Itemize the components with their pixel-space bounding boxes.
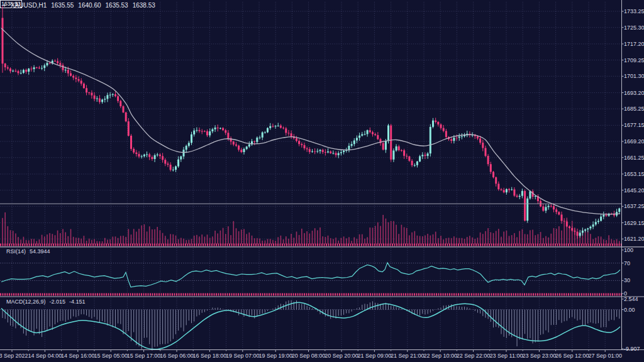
volume-bar — [175, 236, 177, 244]
volume-bar — [535, 235, 536, 244]
volume-bar — [393, 221, 394, 244]
volume-bar — [196, 235, 197, 244]
volume-bar — [427, 234, 428, 244]
candle-body — [14, 71, 16, 72]
candle-body — [298, 141, 300, 144]
volume-bar — [501, 237, 502, 244]
candle-body — [356, 138, 358, 140]
candle-body — [382, 143, 384, 150]
candle-body — [592, 224, 594, 227]
candle-body — [443, 128, 445, 131]
volume-bar — [496, 231, 497, 244]
candle-body — [211, 129, 213, 131]
time-tick-label: 19 Sep 07:00 — [226, 353, 260, 359]
candle-body — [503, 190, 505, 192]
price-tick-label: 1653.15 — [624, 171, 644, 177]
candle-body — [117, 96, 119, 101]
volume-bar — [104, 238, 106, 244]
candle-body — [348, 146, 350, 150]
volume-bar — [341, 238, 342, 244]
volume-bar — [322, 236, 323, 244]
candle-body — [130, 136, 132, 149]
time-tick-label: 16 Sep 18:00 — [193, 353, 227, 359]
candle-body — [606, 215, 608, 216]
candle-body — [369, 130, 371, 132]
candle-body — [272, 126, 274, 127]
volume-bar — [228, 226, 229, 244]
candle-body — [501, 189, 502, 190]
volume-bar — [608, 235, 609, 244]
price-tick-label: 1629.15 — [624, 220, 644, 226]
volume-bar — [191, 239, 192, 244]
candle-body — [262, 133, 264, 138]
volume-bar — [86, 241, 87, 244]
volume-bar — [89, 239, 90, 244]
candle-body — [526, 199, 528, 221]
price-tick-label: 1717.20 — [624, 41, 644, 47]
volume-bar — [183, 239, 184, 244]
candle-body — [461, 136, 463, 137]
candle-body — [353, 141, 355, 145]
macd-indicator-label: MACD(12,26,9) -2.015 -4.151 — [6, 299, 86, 305]
candle-body — [267, 128, 269, 133]
candle-body — [511, 189, 513, 190]
candle-body — [553, 206, 555, 209]
volume-bar — [370, 228, 371, 244]
volume-bar — [585, 231, 586, 244]
time-tick-label: 19 Sep 19:00 — [258, 353, 292, 359]
candle-body — [162, 156, 164, 160]
time-tick-label: 22 Sep 10:00 — [423, 353, 457, 359]
candle-body — [67, 70, 69, 74]
volume-bar — [254, 238, 255, 244]
candle-body — [564, 221, 565, 222]
candle-body — [133, 149, 135, 153]
candle-body — [361, 134, 363, 136]
volume-bar — [152, 229, 153, 244]
volume-bar — [319, 228, 321, 244]
volume-bar — [422, 236, 423, 244]
volume-bar — [343, 236, 345, 244]
volume-bar — [556, 229, 557, 244]
volume-bar — [312, 231, 313, 244]
volume-bar — [265, 241, 266, 244]
volume-bar — [419, 236, 421, 244]
candlestick-chart-canvas[interactable]: 1733.251725.301717.201709.251701.301693.… — [0, 0, 644, 362]
volume-bar — [351, 241, 352, 244]
candle-body — [7, 67, 9, 69]
volume-bar — [236, 228, 237, 244]
candle-body — [587, 228, 589, 229]
candle-body — [282, 128, 284, 128]
candle-body — [579, 233, 581, 236]
volume-bar — [364, 239, 365, 244]
volume-bar — [91, 240, 92, 244]
time-tick-label: 14 Sep 04:00 — [28, 353, 62, 359]
symbol-dropdown-icon[interactable]: ▼ — [3, 4, 6, 8]
volume-bar — [540, 232, 541, 244]
candle-body — [497, 184, 499, 189]
time-tick-label: 16 Sep 06:00 — [160, 353, 194, 359]
volume-bar — [286, 236, 287, 244]
time-tick-label: 22 Sep 22:00 — [457, 353, 491, 359]
volume-bar — [252, 236, 253, 244]
volume-bar — [572, 221, 573, 244]
volume-bar — [519, 231, 520, 244]
price-tick-label: 1685.25 — [624, 106, 644, 112]
volume-bar — [42, 235, 43, 244]
volume-bar — [538, 234, 539, 244]
trading-chart-window: 1733.251725.301717.201709.251701.301693.… — [0, 0, 644, 362]
volume-bar — [270, 239, 271, 244]
candle-body — [243, 149, 245, 152]
volume-bar — [414, 231, 416, 244]
volume-bar — [149, 226, 150, 244]
candle-body — [99, 99, 101, 102]
candle-body — [209, 131, 211, 135]
volume-bar — [545, 236, 547, 244]
volume-bar — [482, 234, 484, 244]
candle-body — [574, 231, 575, 232]
volume-bar — [217, 233, 218, 244]
volume-bar — [173, 234, 174, 244]
volume-bar — [57, 231, 58, 244]
candle-body — [101, 100, 103, 102]
volume-bar — [380, 226, 381, 244]
volume-bar — [131, 234, 132, 244]
